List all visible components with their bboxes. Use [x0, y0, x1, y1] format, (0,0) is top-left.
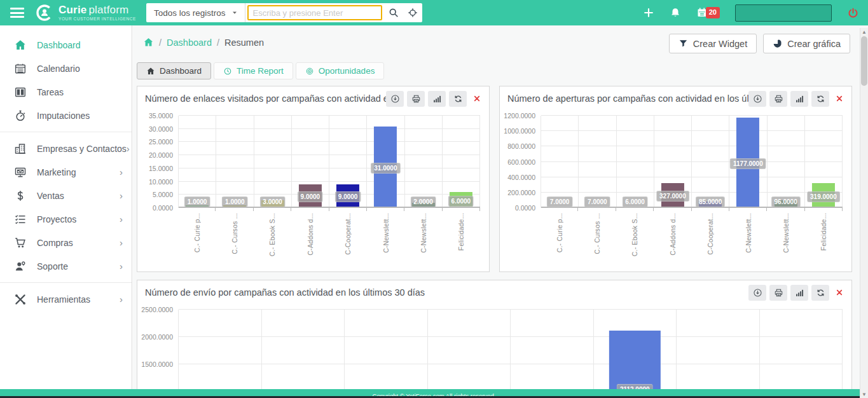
curie-logo-icon	[36, 4, 53, 22]
bar-5[interactable]	[609, 331, 660, 389]
refresh-button[interactable]	[449, 91, 467, 107]
refresh-button[interactable]	[811, 91, 829, 107]
dashboard-tabs: DashboardTime ReportOportunidades	[137, 62, 384, 79]
main-content: / Dashboard / Resumen Crear Widget Crear…	[133, 25, 868, 389]
menu-toggle-icon[interactable]	[10, 8, 24, 18]
sidebar-item-label: Tareas	[37, 87, 123, 97]
sidebar-item-label: Dashboard	[37, 40, 123, 50]
x-tick-label: C-Cooperat...	[706, 213, 714, 255]
value-label: 1.0000	[222, 196, 248, 207]
category-column: 2112.0000	[594, 310, 677, 389]
sidebar-item-herramientas[interactable]: Herramientas›	[0, 287, 132, 311]
vertical-scrollbar[interactable]: ▲ ▼	[860, 28, 868, 398]
chart-title: Número de enlaces visitados por campañas…	[145, 93, 386, 104]
scrollbar-thumb[interactable]	[861, 36, 867, 86]
plot-area: 1.00001.00003.00009.00009.000031.00002.0…	[178, 116, 480, 208]
value-label: 327.0000	[656, 191, 689, 202]
user-menu-redacted[interactable]	[735, 4, 832, 22]
value-label: 1177.0000	[730, 158, 766, 169]
category-column: 7.0000	[579, 116, 616, 208]
sidebar-item-marketing[interactable]: Marketing›	[0, 160, 132, 184]
create-chart-button[interactable]: Crear gráfica	[763, 34, 850, 53]
sidebar-item-empresas-y-contactos[interactable]: Empresas y Contactos›	[0, 137, 132, 160]
support-icon	[14, 260, 27, 273]
plot-area: 2112.0000	[178, 310, 843, 389]
dollar-icon	[14, 189, 27, 202]
chart-button[interactable]	[790, 285, 808, 301]
y-tick-label: 1500.0000	[141, 360, 173, 368]
close-button[interactable]	[832, 91, 846, 107]
y-tick-label: 2000.0000	[141, 333, 173, 341]
sidebar-item-ventas[interactable]: Ventas›	[0, 184, 132, 207]
home-icon[interactable]	[143, 37, 154, 48]
calendar-icon	[14, 62, 27, 75]
scroll-down-arrow[interactable]: ▼	[860, 390, 868, 398]
create-widget-button[interactable]: Crear Widget	[669, 34, 757, 53]
x-tick-label: C.- Cursos ...	[593, 213, 601, 254]
sidebar-item-dashboard[interactable]: Dashboard	[0, 33, 132, 57]
y-tick-label: 600.0000	[507, 158, 535, 166]
print-button[interactable]	[769, 285, 787, 301]
category-column: 1.0000	[179, 116, 216, 208]
record-filter-dropdown[interactable]: Todos los registros	[146, 3, 245, 22]
task-list-icon	[14, 213, 27, 226]
chart-button[interactable]	[428, 91, 446, 107]
chart-button[interactable]	[790, 91, 808, 107]
sidebar-divider	[0, 132, 132, 132]
category-column: 327.0000	[654, 116, 692, 208]
x-tick-label: C.- Curie p...	[556, 213, 563, 252]
tab-oportunidades[interactable]: Oportunidades	[296, 62, 385, 79]
sidebar-item-imputaciones[interactable]: Imputaciones	[0, 104, 132, 127]
sidebar-item-label: Soporte	[37, 261, 120, 271]
tab-label: Time Report	[237, 66, 284, 76]
download-button[interactable]	[748, 91, 766, 107]
sidebar-item-tareas[interactable]: Tareas	[0, 80, 132, 104]
crosshair-icon[interactable]	[403, 4, 422, 22]
category-column: 9.0000	[329, 116, 367, 208]
plus-icon	[643, 7, 654, 18]
brand-name-light: platform	[88, 4, 128, 16]
notifications-button[interactable]	[670, 7, 681, 18]
value-label: 3.0000	[259, 196, 286, 207]
y-tick-label: 1000.0000	[504, 127, 535, 135]
y-tick-label: 10.0000	[149, 178, 173, 186]
refresh-button[interactable]	[811, 285, 829, 301]
sidebar-item-label: Marketing	[37, 167, 120, 177]
y-tick-label: 20.0000	[149, 151, 173, 159]
chart-title: Número de envío por campañas con activid…	[145, 287, 748, 298]
sidebar-item-calendario[interactable]: Calendario	[0, 57, 132, 80]
y-tick-label: 800.0000	[507, 142, 535, 150]
download-button[interactable]	[748, 285, 766, 301]
close-button[interactable]	[470, 91, 484, 107]
print-button[interactable]	[769, 91, 787, 107]
calendar-reminders-button[interactable]: 20	[696, 7, 720, 18]
breadcrumb-section[interactable]: Dashboard	[167, 38, 212, 48]
sidebar-item-proyectos[interactable]: Proyectos›	[0, 207, 132, 231]
sidebar-item-soporte[interactable]: Soporte›	[0, 254, 132, 278]
category-column: 1177.0000	[729, 116, 767, 208]
close-icon	[473, 95, 481, 102]
search-icon[interactable]	[384, 4, 403, 22]
logout-button[interactable]	[847, 7, 859, 19]
y-tick-label: 1200.0000	[504, 112, 535, 120]
tab-time-report[interactable]: Time Report	[214, 62, 293, 79]
download-icon	[753, 288, 762, 298]
sidebar-item-label: Calendario	[37, 64, 123, 74]
y-tick-label: 30.0000	[149, 125, 173, 133]
chevron-right-icon: ›	[120, 238, 123, 247]
sidebar-item-compras[interactable]: Compras›	[0, 231, 132, 254]
print-button[interactable]	[407, 91, 425, 107]
scroll-up-arrow[interactable]: ▲	[860, 28, 868, 36]
download-button[interactable]	[386, 91, 404, 107]
brand-logo[interactable]: Curieplatform YOUR CUSTOMER INTELLIGENCE	[36, 4, 136, 22]
y-tick-label: 15.0000	[149, 165, 173, 172]
reminders-count-badge: 20	[706, 7, 720, 18]
tab-dashboard[interactable]: Dashboard	[137, 62, 211, 79]
quick-create-button[interactable]	[643, 7, 654, 18]
chart-icon	[795, 94, 804, 104]
chart-icon	[795, 288, 804, 298]
close-button[interactable]	[832, 285, 846, 301]
chevron-right-icon: ›	[127, 144, 130, 153]
category-column: 1.0000	[216, 116, 254, 208]
global-search-input[interactable]	[247, 5, 382, 20]
